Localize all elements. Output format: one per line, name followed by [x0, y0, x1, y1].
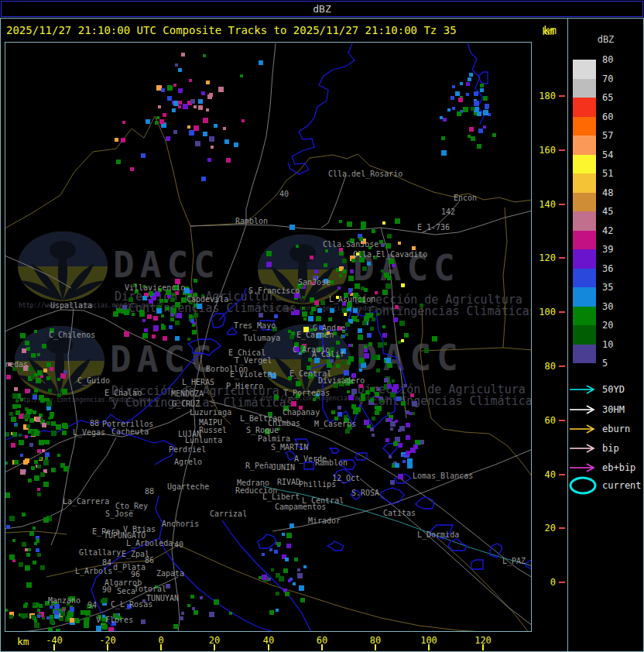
map-label: Divisadero [318, 377, 365, 385]
right-axis-tick [559, 420, 565, 421]
right-axis-tick-label: 60 [531, 416, 556, 425]
map-label: S_Roque [246, 427, 279, 434]
legend-bip-label: bip [602, 444, 619, 453]
map-label: Clla.del_Rosario [328, 170, 402, 178]
scale-value-label: 5 [602, 359, 608, 368]
legend-50YD-arrow-icon [568, 383, 599, 399]
map-label: Encon [454, 194, 477, 202]
map-label: L_PAZ [502, 558, 526, 565]
map-label: 88 [145, 488, 154, 496]
map-label: Russel [199, 427, 227, 434]
map-label: S.Francisco [248, 287, 300, 295]
scale-value-label: 70 [602, 74, 613, 84]
map-label: Lomas_Blancas [413, 472, 473, 480]
map-label: Tres_Mayo [234, 322, 276, 330]
radar-map[interactable]: DACCDirección de Agriculturay Contingenc… [5, 42, 532, 632]
legend-current-label: current [602, 481, 642, 490]
map-label: Agrelo [174, 458, 202, 466]
scale-color-cell [573, 136, 596, 155]
map-label: A_Calif [312, 351, 344, 359]
scale-value-label: 20 [602, 321, 613, 330]
legend-30HM-label: 30HM [602, 405, 625, 414]
map-label: Capdevila [187, 296, 228, 304]
right-axis-tick [559, 474, 565, 475]
map-label: d_Plata [113, 564, 146, 571]
scale-color-cell [573, 345, 596, 364]
right-axis-tick [559, 257, 565, 259]
scale-value-label: 60 [602, 112, 613, 122]
map-label: Anchoris [162, 520, 199, 528]
map-label: G_CRUZ [172, 400, 200, 408]
map-label: L_Asuncion [329, 296, 375, 304]
map-label: Tulumaya [243, 335, 280, 342]
map-label: 84 [102, 559, 111, 567]
map-label: R_Peña [245, 462, 273, 470]
scale-value-label: 45 [602, 207, 613, 216]
map-label: Perdriel [169, 446, 206, 454]
map-label: 88 [90, 420, 99, 427]
legend-eburn-arrow-icon [568, 423, 599, 438]
map-label: C_Guido [77, 377, 110, 385]
bottom-axis-tick [268, 644, 269, 650]
map-label: Ramblon [235, 218, 268, 225]
map-label: M_Caseros [314, 420, 356, 428]
scale-color-cell [573, 269, 596, 288]
right-axis-tick [559, 95, 565, 97]
divider-panel [567, 18, 568, 652]
map-label: S.ROSA [351, 489, 379, 497]
legend-50YD-label: 50YD [602, 385, 625, 394]
scale-value-label: 57 [602, 131, 613, 140]
scale-color-cell [573, 79, 596, 98]
bottom-axis-tick [160, 644, 162, 650]
right-axis-tick [559, 582, 565, 583]
scale-value-label: 80 [602, 55, 613, 64]
right-axis-unit: km [542, 26, 554, 37]
map-label: aredas [5, 361, 28, 369]
right-axis-tick [559, 365, 565, 367]
right-axis-tick [559, 204, 565, 205]
map-label: Mirador [308, 517, 341, 525]
bottom-axis-unit: km [17, 636, 29, 647]
scale-color-cell [573, 193, 596, 212]
scale-value-label: 30 [602, 302, 613, 311]
right-axis-tick-label: 40 [531, 470, 556, 479]
map-label: Uspallata [50, 302, 92, 310]
divider-top [0, 18, 644, 19]
legend-eb+bip-label: eb+bip [602, 463, 635, 472]
scale-value-label: 35 [602, 283, 613, 292]
map-label: Campamentos [275, 503, 326, 511]
map-label: T_Porteñas [283, 389, 330, 397]
map-label: 40 [174, 541, 183, 549]
edge-left [0, 18, 1, 652]
map-label: 142 [441, 208, 455, 216]
map-label: 96 [131, 571, 140, 578]
legend-30HM-arrow-icon [568, 403, 599, 419]
map-label: T_Vergel [235, 357, 272, 365]
map-label: Chapanay [283, 409, 320, 417]
right-axis-tick [559, 149, 565, 151]
bottom-axis-tick [321, 644, 323, 650]
scale-value-label: 48 [602, 188, 613, 197]
right-axis-tick-label: 120 [531, 253, 556, 263]
map-label: RIVAD [277, 479, 300, 486]
scale-color-cell [573, 249, 596, 269]
map-label: JUNIN [272, 464, 295, 472]
right-axis-tick-label: 140 [531, 200, 556, 209]
map-label: Phillips [299, 481, 336, 489]
map-label: Manzano [48, 597, 80, 605]
map-label: Clla.El_Cavadito [353, 251, 427, 259]
scale-value-label: 39 [602, 245, 613, 254]
scale-color-cell [573, 173, 596, 193]
right-axis-tick-label: 80 [531, 362, 556, 371]
map-label: E_Violetas [230, 371, 276, 379]
bottom-axis-tick [107, 644, 108, 650]
scale-color-cell [573, 98, 596, 117]
map-label: E_Carmen [296, 331, 334, 339]
map-label: Palmira [258, 435, 290, 443]
map-label: Lunlunta [185, 437, 222, 444]
scale-color-cell [573, 287, 596, 307]
right-axis-tick [559, 527, 565, 529]
right-axis-tick-label: 180 [531, 91, 556, 101]
map-label: 86 [145, 557, 154, 564]
scale-color-cell [573, 325, 596, 345]
